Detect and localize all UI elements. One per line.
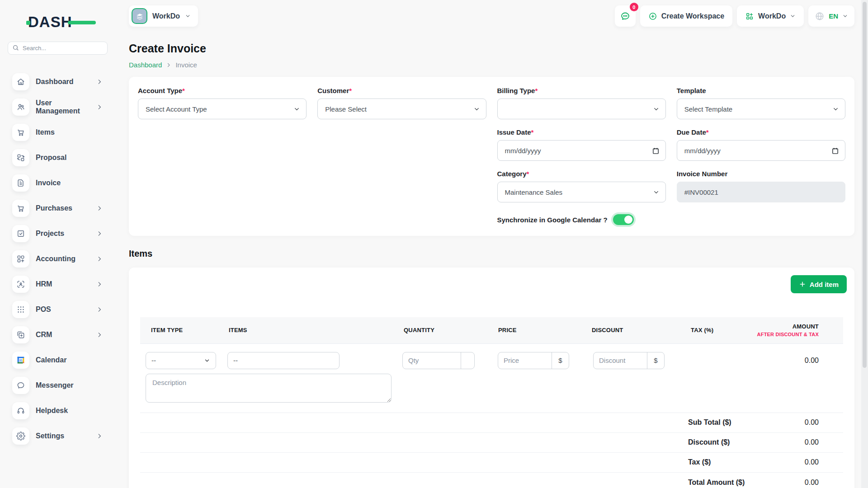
customer-select[interactable]: Please Select xyxy=(317,99,486,119)
col-discount: DISCOUNT xyxy=(583,317,669,343)
sidebar-item-hrm[interactable]: HRM xyxy=(0,272,115,297)
grid-plus-icon xyxy=(12,250,29,267)
description-row xyxy=(140,372,843,413)
required-mark: * xyxy=(349,87,352,94)
add-item-button[interactable]: Add item xyxy=(791,275,847,293)
discount-input[interactable] xyxy=(594,352,647,369)
billing-type-field: Billing Type* xyxy=(497,87,666,119)
sidebar-item-dashboard[interactable]: Dashboard xyxy=(0,69,115,94)
chevron-down-icon xyxy=(473,106,480,113)
sidebar: DASH Dashboard User Management xyxy=(0,0,115,488)
price-input[interactable] xyxy=(498,352,552,369)
items-table: ITEM TYPE ITEMS QUANTITY PRICE DISCOUNT … xyxy=(140,317,843,413)
headset-icon xyxy=(12,402,29,419)
topbar: WorkDo 0 Create Workspace WorkDo xyxy=(129,0,854,27)
chevron-right-icon xyxy=(96,104,103,110)
sidebar-item-pos[interactable]: POS xyxy=(0,297,115,322)
category-select[interactable]: Maintenance Sales xyxy=(497,182,666,202)
required-mark: * xyxy=(531,128,534,136)
subtotal-row: Sub Total ($) 0.00 xyxy=(140,413,843,433)
items-table-header-row: ITEM TYPE ITEMS QUANTITY PRICE DISCOUNT … xyxy=(140,317,843,343)
due-date-field: Due Date* mm/dd/yyyy xyxy=(677,128,845,161)
discount-input-group: $ xyxy=(593,352,665,369)
search-icon xyxy=(12,44,19,52)
chevron-right-icon xyxy=(96,230,103,237)
item-type-select[interactable]: -- xyxy=(146,352,216,369)
col-item-type: ITEM TYPE xyxy=(140,317,222,343)
sync-google-calendar-label: Synchronize in Google Calendar ? xyxy=(497,216,608,224)
invoice-form-card: Account Type* Select Account Type Custom… xyxy=(129,77,854,236)
calendar-icon[interactable] xyxy=(652,147,660,155)
page-scrollbar[interactable] xyxy=(861,0,868,488)
sync-google-calendar-toggle[interactable] xyxy=(613,214,634,225)
workspace-menu-button[interactable]: WorkDo xyxy=(737,5,804,27)
sidebar-item-items[interactable]: Items xyxy=(0,120,115,145)
items-input[interactable] xyxy=(227,352,340,369)
sidebar-item-messenger[interactable]: Messenger xyxy=(0,373,115,398)
sidebar-item-accounting[interactable]: Accounting xyxy=(0,246,115,272)
chevron-down-icon xyxy=(185,13,191,19)
sidebar-item-invoice[interactable]: Invoice xyxy=(0,170,115,196)
sidebar-item-user-management[interactable]: User Management xyxy=(0,94,115,120)
invoice-number-input: #INV00021 xyxy=(677,182,845,202)
workspace-switcher[interactable]: WorkDo xyxy=(129,5,198,27)
sidebar-item-crm[interactable]: CRM xyxy=(0,322,115,347)
logo-dot xyxy=(26,21,30,25)
sidebar-item-settings[interactable]: Settings xyxy=(0,423,115,449)
issue-date-input[interactable]: mm/dd/yyyy xyxy=(497,140,666,161)
search-input[interactable] xyxy=(8,42,108,55)
sidebar-item-helpdesk[interactable]: Helpdesk xyxy=(0,398,115,423)
col-items: ITEMS xyxy=(222,317,393,343)
cart-icon xyxy=(12,124,29,141)
chevron-right-icon xyxy=(96,433,103,439)
amount-subheader: AFTER DISCOUNT & TAX xyxy=(741,332,819,337)
required-mark: * xyxy=(706,128,709,136)
currency-addon: $ xyxy=(647,352,664,369)
category-field: Category* Maintenance Sales xyxy=(497,170,666,202)
description-textarea[interactable] xyxy=(146,374,392,403)
globe-icon xyxy=(815,11,825,21)
chevron-down-icon xyxy=(653,106,660,113)
required-mark: * xyxy=(535,87,538,94)
document-icon xyxy=(12,174,29,192)
dash-logo: DASH xyxy=(28,14,96,32)
grid-plus-icon xyxy=(745,12,754,21)
page-title: Create Invoice xyxy=(129,42,854,55)
invoice-number-field: Invoice Number #INV00021 xyxy=(677,170,845,202)
chevron-down-icon xyxy=(204,357,210,364)
sidebar-item-proposal[interactable]: Proposal xyxy=(0,145,115,170)
invoice-number-label: Invoice Number xyxy=(677,170,728,178)
col-price: PRICE xyxy=(488,317,583,343)
col-tax: TAX (%) xyxy=(669,317,741,343)
swap-boxes-icon xyxy=(12,149,29,166)
chevron-down-icon xyxy=(653,189,660,196)
google-calendar-icon: 31 xyxy=(12,352,29,369)
tax-total-value: 0.00 xyxy=(805,458,819,466)
plus-icon xyxy=(799,281,806,288)
due-date-input[interactable]: mm/dd/yyyy xyxy=(677,140,845,161)
required-mark: * xyxy=(527,170,529,178)
tax-total-row: Tax ($) 0.00 xyxy=(140,453,843,473)
check-square-icon xyxy=(12,225,29,242)
subtotal-value: 0.00 xyxy=(805,418,819,427)
template-select[interactable]: Select Template xyxy=(677,99,845,119)
chevron-down-icon xyxy=(790,13,796,19)
account-type-select[interactable]: Select Account Type xyxy=(138,99,307,119)
language-selector[interactable]: EN xyxy=(808,5,854,27)
sidebar-item-purchases[interactable]: Purchases xyxy=(0,196,115,221)
gear-icon xyxy=(12,427,29,445)
sidebar-item-projects[interactable]: Projects xyxy=(0,221,115,246)
billing-type-select[interactable] xyxy=(497,99,666,119)
messages-button[interactable]: 0 xyxy=(615,5,636,27)
sidebar-item-calendar[interactable]: 31 Calendar xyxy=(0,347,115,373)
chevron-right-icon xyxy=(96,256,103,262)
quantity-input[interactable] xyxy=(403,352,461,369)
issue-date-field: Issue Date* mm/dd/yyyy xyxy=(497,128,666,161)
calendar-icon[interactable] xyxy=(831,147,839,155)
template-field: Template Select Template xyxy=(677,87,845,119)
scrollbar-thumb[interactable] xyxy=(863,2,867,368)
create-workspace-button[interactable]: Create Workspace xyxy=(640,5,732,27)
squares-plus-icon xyxy=(12,326,29,343)
items-section-heading: Items xyxy=(129,249,854,259)
breadcrumb-dashboard-link[interactable]: Dashboard xyxy=(129,61,162,69)
